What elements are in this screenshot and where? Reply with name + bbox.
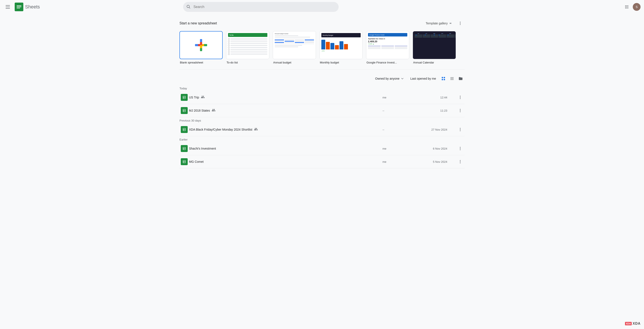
file-row[interactable]: US Trip me 12:44 [180,91,464,104]
file-icon-xda [180,126,189,133]
file-owner-mj: -- [382,109,417,112]
file-icon-mgcomet [180,158,189,165]
template-finance[interactable]: Google Finance Invest Alphabet Inc Class… [366,31,409,64]
grid-view-icon [441,76,446,81]
file-owner-shachi: me [382,147,417,150]
template-more-button[interactable] [456,19,464,28]
apps-button[interactable] [622,2,631,11]
svg-rect-1 [17,5,22,6]
file-owner-mgcomet: me [382,160,417,163]
template-blank[interactable]: Blank spreadsheet [180,31,223,64]
svg-rect-46 [183,147,186,150]
more-vert-icon [458,21,462,25]
file-list: Today US Trip me 12:44 [180,85,464,168]
sort-view-button[interactable] [448,75,456,82]
file-row[interactable]: XDA Black Friday/Cyber Monday 2024 Short… [180,123,464,136]
svg-point-7 [626,5,627,6]
calendar-grid: JAN FE [415,33,454,37]
template-gallery-label: Template gallery [426,21,448,25]
chevron-down-icon [400,77,404,80]
template-monthly-budget[interactable]: Monthly Budget +30% Monthly bud [320,31,362,64]
svg-point-4 [187,5,190,8]
sheets-icon-xda [181,126,188,133]
files-header: Owned by anyone Last opened by me [180,75,464,82]
svg-rect-53 [183,160,186,163]
svg-rect-2 [17,7,22,7]
shared-icon-mj [212,108,216,113]
file-more-shachi[interactable] [456,144,464,153]
apps-icon [624,4,629,9]
svg-point-51 [460,148,460,149]
svg-point-59 [460,163,460,163]
finance-ticker: Alphabet Inc Class C [368,38,407,40]
finance-label: Google Finance Invest... [366,61,409,64]
finance-change: +0.8% ▲ [368,43,407,45]
todo-thumbnail: To Do [226,31,269,59]
sheets-icon-us-trip [181,94,188,101]
file-more-us-trip[interactable] [456,93,464,102]
file-name-xda: XDA Black Friday/Cyber Monday 2024 Short… [189,128,252,131]
period-earlier: Earlier [180,136,464,142]
monthly-header-text: Monthly Budget [323,34,333,36]
svg-point-16 [460,23,460,23]
svg-point-6 [625,5,626,6]
file-date-us-trip: 12:44 [417,96,456,99]
owned-filter-label: Owned by anyone [375,77,400,80]
template-annual-budget[interactable]: Annual budget tracker [273,31,316,64]
finance-thumb-inner: Google Finance Invest Alphabet Inc Class… [366,31,409,59]
more-vert-icon [458,146,462,151]
file-row[interactable]: MJ 2018 States -- 11:23 [180,104,464,117]
file-info-shachi: Shachi's Investment [189,147,382,150]
app-logo[interactable]: Sheets [15,2,40,11]
hamburger-icon [6,5,10,9]
annual-budget-label: Annual budget [273,61,316,64]
file-icon-shachi [180,145,189,152]
file-more-mj[interactable] [456,106,464,115]
calendar-thumbnail: JAN FE [413,31,456,59]
svg-point-36 [460,109,460,110]
template-section: Start a new spreadsheet Template gallery [180,14,464,67]
file-more-mgcomet[interactable] [456,157,464,166]
template-calendar[interactable]: JAN FE [413,31,456,64]
file-row[interactable]: Shachi's Investment me 6 Nov 2024 [180,142,464,155]
xda-logo-box: XDA [625,322,632,325]
svg-rect-21 [444,79,445,80]
template-section-header: Start a new spreadsheet Template gallery [180,19,464,28]
sheets-icon-mj [181,107,188,114]
file-row[interactable]: MG Comet me 5 Nov 2024 [180,155,464,168]
todo-thumb-inner: To Do [226,31,269,59]
file-name-us-trip: US Trip [189,96,199,99]
calendar-thumb-inner: JAN FE [413,31,456,59]
app-name: Sheets [25,4,40,10]
grid-view-button[interactable] [440,75,447,82]
menu-button[interactable] [4,2,12,11]
svg-point-37 [460,110,460,111]
template-gallery-button[interactable]: Template gallery [423,20,455,26]
folder-view-button[interactable] [457,75,464,82]
svg-rect-19 [444,77,445,78]
svg-rect-39 [183,128,186,131]
file-name-mj: MJ 2018 States [189,109,210,112]
template-todo[interactable]: To Do To-do list [226,31,269,64]
file-owner-us-trip: me [382,96,417,99]
template-grid: Blank spreadsheet To Do [180,31,464,64]
owned-filter[interactable]: Owned by anyone [372,75,407,82]
search-input[interactable] [183,2,339,12]
calendar-label: Annual Calendar [413,61,456,64]
monthly-budget-label: Monthly budget [320,61,362,64]
file-info-xda: XDA Black Friday/Cyber Monday 2024 Short… [189,127,382,132]
file-name-mgcomet: MG Comet [189,160,204,163]
svg-rect-25 [183,96,186,99]
file-more-xda[interactable] [456,125,464,134]
sort-label: Last opened by me [410,77,436,80]
more-vert-icon [458,127,462,132]
search-icon [186,4,190,9]
finance-price: 2,409.20 [368,40,407,43]
user-avatar[interactable]: S [633,3,640,11]
todo-label: To-do list [226,61,269,64]
more-vert-icon [458,160,462,164]
svg-point-44 [460,129,460,130]
file-date-shachi: 6 Nov 2024 [417,147,456,150]
file-info-us-trip: US Trip [189,95,382,100]
main-content: Start a new spreadsheet Template gallery [171,14,473,172]
